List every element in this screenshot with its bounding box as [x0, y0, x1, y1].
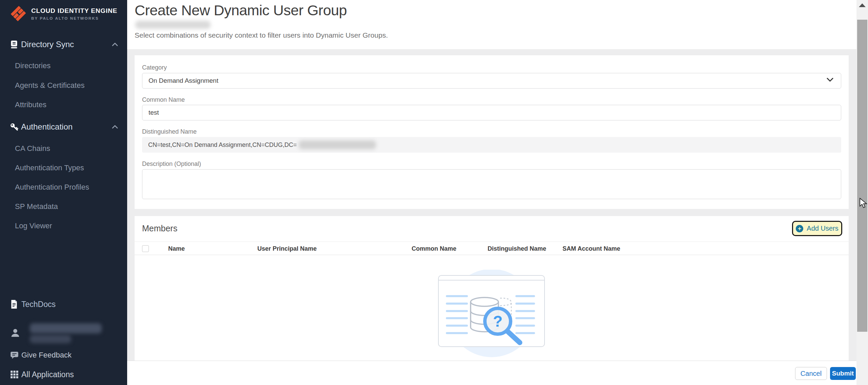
- sidebar-item-log-viewer[interactable]: Log Viewer: [15, 222, 117, 230]
- apps-grid-icon: [10, 370, 19, 379]
- add-users-button[interactable]: + Add Users: [792, 221, 842, 236]
- chevron-up-icon: [112, 125, 118, 129]
- sidebar-item-give-feedback[interactable]: Give Feedback: [0, 348, 127, 363]
- sidebar-item-ca-chains[interactable]: CA Chains: [15, 144, 117, 153]
- group-form-card: Category On Demand Assignment Common Nam…: [135, 55, 849, 209]
- sidebar-item-attributes[interactable]: Attributes: [15, 100, 117, 109]
- sidebar-item-techdocs[interactable]: TechDocs: [0, 297, 127, 312]
- palo-alto-logo-icon: [10, 5, 26, 22]
- category-select[interactable]: On Demand Assignment: [142, 73, 841, 89]
- redacted-domain: [299, 140, 376, 149]
- description-label: Description (Optional): [142, 160, 201, 168]
- document-icon: [10, 300, 18, 309]
- submit-button[interactable]: Submit: [830, 367, 856, 380]
- app-root: CLOUD IDENTITY ENGINE BY PALO ALTO NETWO…: [0, 0, 868, 385]
- sidebar-section-label: Directory Sync: [21, 40, 74, 49]
- feedback-chat-icon: [10, 351, 19, 360]
- techdocs-label: TechDocs: [21, 300, 56, 309]
- common-name-input[interactable]: [142, 105, 841, 120]
- book-icon: [9, 40, 19, 49]
- distinguished-name-label: Distinguished Name: [142, 128, 197, 135]
- redacted-tenant-info: [135, 21, 211, 29]
- logo-subtitle: BY PALO ALTO NETWORKS: [31, 16, 117, 20]
- column-header-name: Name: [168, 242, 185, 255]
- common-name-label: Common Name: [142, 96, 185, 103]
- sidebar-item-agents-certificates[interactable]: Agents & Certificates: [15, 81, 117, 90]
- action-footer: Cancel Submit: [127, 361, 856, 385]
- distinguished-name-field: CN=test,CN=On Demand Assignment,CN=CDUG,…: [142, 137, 841, 153]
- sidebar-section-directory-sync[interactable]: Directory Sync: [0, 36, 127, 53]
- user-account-row[interactable]: [0, 321, 127, 345]
- cancel-button[interactable]: Cancel: [795, 367, 827, 380]
- all-applications-label: All Applications: [21, 370, 74, 379]
- sidebar-item-all-applications[interactable]: All Applications: [0, 367, 127, 382]
- page-title: Create New Dynamic User Group: [135, 2, 347, 19]
- plus-circle-icon: +: [796, 225, 803, 232]
- sidebar-section-label: Authentication: [21, 122, 73, 132]
- column-header-user-principal-name: User Principal Name: [257, 242, 317, 255]
- category-label: Category: [142, 64, 167, 71]
- user-avatar-icon: [10, 327, 21, 338]
- sidebar-item-sp-metadata[interactable]: SP Metadata: [15, 202, 117, 211]
- members-card: Members + Add Users Name User Principal …: [135, 216, 849, 361]
- members-title: Members: [142, 224, 177, 233]
- members-table-header: Name User Principal Name Common Name Dis…: [135, 242, 849, 255]
- select-all-checkbox[interactable]: [142, 245, 149, 252]
- distinguished-name-value: CN=test,CN=On Demand Assignment,CN=CDUG,…: [148, 141, 297, 149]
- column-header-common-name: Common Name: [412, 242, 456, 255]
- chevron-up-icon: [112, 43, 118, 46]
- empty-table-illustration: ?: [437, 270, 546, 361]
- category-selected-value: On Demand Assignment: [149, 77, 218, 84]
- redacted-user-name: [30, 323, 102, 333]
- scrollbar-up-arrow-icon[interactable]: [859, 3, 866, 7]
- question-mark-glyph: ?: [493, 312, 502, 330]
- sidebar-section-authentication[interactable]: Authentication: [0, 119, 127, 135]
- add-users-label: Add Users: [807, 225, 838, 232]
- key-icon: [9, 122, 19, 132]
- description-textarea[interactable]: [142, 169, 841, 199]
- logo-title: CLOUD IDENTITY ENGINE: [31, 7, 117, 15]
- page-header: Create New Dynamic User Group Select com…: [127, 0, 856, 49]
- scrollbar-thumb[interactable]: [857, 20, 867, 332]
- vertical-scrollbar[interactable]: [856, 0, 868, 385]
- sidebar-item-authentication-types[interactable]: Authentication Types: [15, 163, 117, 172]
- column-header-distinguished-name: Distinguished Name: [488, 242, 546, 255]
- sidebar-item-directories[interactable]: Directories: [15, 61, 117, 70]
- give-feedback-label: Give Feedback: [21, 351, 72, 360]
- brand-logo: CLOUD IDENTITY ENGINE BY PALO ALTO NETWO…: [10, 5, 117, 22]
- sidebar-item-authentication-profiles[interactable]: Authentication Profiles: [15, 183, 117, 192]
- column-header-sam-account-name: SAM Account Name: [563, 242, 620, 255]
- sidebar: CLOUD IDENTITY ENGINE BY PALO ALTO NETWO…: [0, 0, 127, 385]
- page-subtitle: Select combinations of security context …: [135, 31, 388, 39]
- redacted-user-role: [30, 335, 71, 343]
- chevron-down-icon: [827, 78, 833, 82]
